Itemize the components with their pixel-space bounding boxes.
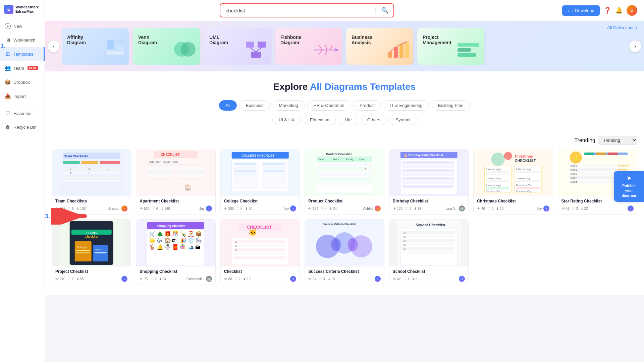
trending-select[interactable]: Trending Newest Most Viewed <box>598 136 637 145</box>
template-card-apartment[interactable]: CHECKLIST OVERNIGHT ESSENTIALS <box>136 149 215 215</box>
carousel-card-venn[interactable]: VennDiagram <box>133 28 200 65</box>
template-card-team-checklists[interactable]: Team Checklists ✓ ✗ ✓ ✗ <box>52 149 131 215</box>
template-card-product[interactable]: Product Checklist Name Status Priority <box>305 149 384 215</box>
svg-text:☑: ☑ <box>403 244 405 246</box>
template-name: Shopping Checklist <box>140 269 212 274</box>
svg-text:Shopping Checklist: Shopping Checklist <box>157 224 185 228</box>
carousel-card-affinity[interactable]: AffinityDiagram <box>62 28 129 65</box>
filter-building-plan[interactable]: Building Plan <box>432 100 470 111</box>
publish-label: Publish your diagram <box>619 183 639 198</box>
svg-text:Goal 3: Goal 3 <box>570 173 577 175</box>
carousel-card-uml[interactable]: UMLDiagram <box>204 28 271 65</box>
author-avatar: 🏢 <box>459 205 465 212</box>
filter-product[interactable]: Product <box>353 100 381 111</box>
filter-life[interactable]: Life <box>338 115 358 125</box>
template-author: J <box>121 276 127 282</box>
svg-rect-64 <box>234 170 256 172</box>
sidebar-item-favorites[interactable]: ♡ Favorites <box>0 106 45 120</box>
template-card-college[interactable]: COLLEGE CHECKLIST <box>220 149 300 215</box>
svg-text:🦌: 🦌 <box>149 244 156 250</box>
carousel-next-button[interactable]: › <box>629 40 641 52</box>
new-button[interactable]: + New <box>0 19 45 33</box>
publish-diagram-button[interactable]: ➤ Publish your diagram <box>614 171 644 202</box>
svg-text:3 Weeks to go:: 3 Weeks to go: <box>516 177 532 180</box>
download-button[interactable]: ↓ ↓ Download <box>562 5 600 16</box>
explore-highlight: All Diagrams Templates <box>310 81 416 92</box>
svg-text:Christmas Eve: Christmas Eve <box>486 190 501 192</box>
svg-rect-123 <box>596 153 606 155</box>
svg-text:Getting In: Getting In <box>77 246 87 249</box>
svg-rect-74 <box>317 167 372 171</box>
template-card-shopping[interactable]: Shopping Checklist 🛒 🎄 🎁 🎊 🍾 🎅 📦 🌟 🎶 <box>136 219 215 285</box>
svg-rect-19 <box>394 47 398 58</box>
svg-rect-202 <box>402 239 454 242</box>
filter-it-engineering[interactable]: IT & Engineering <box>384 100 429 111</box>
svg-text:✗: ✗ <box>88 168 90 170</box>
svg-rect-115 <box>516 187 540 189</box>
template-card-birthday[interactable]: 🎂 Birthday Party Checklist Birth <box>389 149 469 215</box>
plus-icon: + <box>5 23 11 29</box>
carousel-card-fishbone[interactable]: FishboneDiagram <box>275 28 342 65</box>
filter-symbol[interactable]: Symbol <box>389 115 417 125</box>
sidebar-item-recycle-bin[interactable]: 🗑 Recycle Bin <box>0 120 45 134</box>
svg-rect-49 <box>147 178 174 180</box>
author-avatar: J <box>290 205 296 212</box>
author-avatar: J <box>290 276 296 282</box>
template-name: School Checklist <box>393 269 465 274</box>
filter-hr-operation[interactable]: HR & Operation <box>307 100 351 111</box>
author-avatar: J <box>628 205 634 212</box>
sidebar-item-import[interactable]: 📥 Import <box>0 89 45 103</box>
template-author: Ashley A <box>363 205 381 212</box>
filter-all[interactable]: All <box>219 100 236 111</box>
svg-rect-75 <box>317 172 372 176</box>
template-card-success[interactable]: Success Criteria Checklist Success Crite… <box>305 219 384 285</box>
filter-ui-ux[interactable]: UI & UX <box>272 115 301 125</box>
carousel-card-business[interactable]: BusinessAnalysis <box>346 28 413 65</box>
svg-rect-54 <box>177 178 204 180</box>
svg-text:🌟: 🌟 <box>149 237 156 244</box>
template-card-checklist2[interactable]: CHECKLIST 🐱 ☐ ☐ ☐ <box>220 219 300 285</box>
user-avatar[interactable]: U <box>627 5 637 16</box>
template-name: Team Checklists <box>55 199 127 203</box>
svg-rect-3 <box>107 51 124 55</box>
svg-rect-89 <box>402 161 454 164</box>
template-thumb: Product Checklist Name Status Priority <box>305 149 384 196</box>
filter-others[interactable]: Others <box>361 115 387 125</box>
sidebar-item-dropbox[interactable]: 📦 Dropbox <box>0 75 45 89</box>
template-thumb: School Checklist ☐ ☐ ☐ ☑ <box>389 220 468 266</box>
template-card-christmas[interactable]: Christmas CHECKLIST 6 Weeks to go: 5 Wee… <box>473 149 553 215</box>
carousel-card-project[interactable]: ProjectManagement <box>417 28 484 65</box>
template-stats: 👁 123 ♡ 1 ⬇ 24 Lisa A... 🏢 <box>393 205 465 212</box>
search-button[interactable]: 🔍 <box>377 4 393 17</box>
sidebar-item-templates[interactable]: ⊞ Templates <box>0 47 45 61</box>
filter-marketing[interactable]: Marketing <box>273 100 305 111</box>
sidebar-item-workbench[interactable]: 🖥 Workbench <box>0 33 45 47</box>
help-icon[interactable]: ❓ <box>604 7 611 14</box>
template-info: Checklist 👁 88 ♡ 2 ⬇ 19 J <box>221 266 300 285</box>
svg-text:Christmas Day: Christmas Day <box>516 190 532 193</box>
recycle-bin-icon: 🗑 <box>5 124 11 130</box>
filter-education[interactable]: Education <box>304 115 336 125</box>
svg-text:Goal 1: Goal 1 <box>570 165 577 167</box>
svg-text:4 Weeks to go:: 4 Weeks to go: <box>486 177 502 180</box>
svg-rect-95 <box>402 185 454 188</box>
template-card-project[interactable]: Project Checklist Getting In Month 2 <box>52 219 131 285</box>
template-card-school[interactable]: School Checklist ☐ ☐ ☐ ☑ <box>389 219 469 285</box>
svg-rect-76 <box>317 177 372 181</box>
svg-rect-51 <box>177 168 204 170</box>
svg-rect-61 <box>262 162 287 189</box>
svg-rect-20 <box>399 44 404 58</box>
svg-text:Name: Name <box>318 158 324 161</box>
sidebar-item-team[interactable]: 👥 Team NEW <box>0 61 45 75</box>
svg-text:🎁: 🎁 <box>164 231 171 237</box>
uses-stat: ⬇ 106 <box>76 207 86 210</box>
search-input[interactable] <box>220 4 375 17</box>
carousel-prev-button[interactable]: ‹ <box>48 40 60 52</box>
svg-text:🛍: 🛍 <box>172 238 177 243</box>
svg-rect-23 <box>458 48 471 52</box>
notification-icon[interactable]: 🔔 <box>615 7 623 14</box>
all-collections-link[interactable]: All Collections › <box>607 25 637 30</box>
app-logo: E Wondershare EdrawMax <box>0 0 45 19</box>
author-avatar: J <box>543 205 549 212</box>
filter-business[interactable]: Business <box>239 100 270 111</box>
